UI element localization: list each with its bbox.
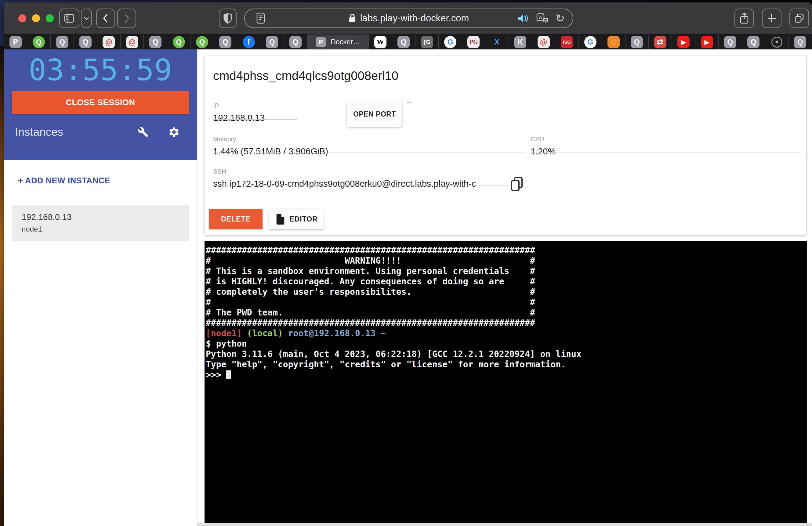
close-window-button[interactable] [18, 14, 26, 22]
red-swirl-favicon[interactable]: @ [532, 34, 555, 49]
q-favicon[interactable]: Q [392, 34, 416, 49]
terminal-warning-banner: ########################################… [206, 245, 807, 328]
gear-icon [168, 126, 180, 138]
settings-wrench-button[interactable] [118, 126, 149, 138]
svg-text:文: 文 [544, 18, 547, 22]
close-session-button[interactable]: CLOSE SESSION [12, 91, 189, 114]
reload-button[interactable]: ↻ [555, 13, 565, 24]
mute-audio-button[interactable] [517, 13, 529, 24]
minimize-window-button[interactable] [32, 14, 40, 22]
facebook-favicon[interactable]: f [237, 34, 260, 49]
editor-button[interactable]: EDITOR [269, 209, 323, 229]
k-favicon-glyph: K [514, 36, 526, 48]
copy-ssh-button[interactable] [510, 176, 526, 192]
brace-g-favicon[interactable]: {G [416, 34, 439, 49]
tab-overview-button[interactable] [789, 9, 809, 28]
q-favicon[interactable]: Q [260, 34, 284, 49]
cpu-label: CPU [531, 135, 544, 143]
settings-gear-button[interactable] [149, 126, 180, 138]
green-q-favicon[interactable]: Q [27, 34, 50, 49]
add-new-instance-link[interactable]: + ADD NEW INSTANCE [18, 176, 110, 185]
instance-list-item[interactable]: 192.168.0.13 node1 [12, 205, 189, 241]
google-favicon-glyph: G [444, 36, 456, 48]
red-swirl-favicon[interactable]: @ [97, 34, 120, 49]
red-swirl-favicon[interactable]: @ [120, 34, 144, 49]
compass-favicon[interactable]: ✦ [765, 34, 788, 49]
p-favicon[interactable]: P [4, 34, 27, 49]
ssh-underline [213, 185, 508, 185]
google-favicon-glyph: G [584, 36, 596, 48]
memory-value: 1.44% (57.51MiB / 3.906GiB) [213, 147, 328, 156]
terminal-prompt-line: [node1] (local) root@192.168.0.13 ~ [206, 328, 807, 339]
q-favicon-glyph: Q [79, 36, 91, 48]
chevron-down-icon [83, 15, 90, 22]
tabs-icon [793, 13, 805, 24]
q-favicon[interactable]: Q [719, 34, 742, 49]
ip-value: 192.168.0.13 [213, 113, 265, 123]
lock-icon [349, 13, 356, 23]
green-q-favicon[interactable]: Q [190, 34, 214, 49]
instance-details-card: cmd4phss_cmd4qlcs9otg008erl10 IP 192.168… [204, 56, 806, 235]
youtube-favicon-glyph: ▶ [677, 36, 690, 48]
green-q-favicon-glyph: Q [173, 36, 185, 48]
q-favicon[interactable]: Q [742, 34, 765, 49]
tab-title: Docker… [331, 38, 360, 46]
q-favicon[interactable]: Q [74, 34, 97, 49]
sidebar-toggle-button[interactable] [59, 9, 79, 28]
traffic-lights [18, 14, 54, 22]
back-button[interactable] [96, 9, 115, 28]
red-swirl-favicon-glyph: @ [126, 36, 138, 48]
wikipedia-favicon[interactable]: W [369, 34, 392, 49]
q-favicon[interactable]: Q [788, 34, 812, 49]
url-bar[interactable]: labs.play-with-docker.com A 文 [244, 9, 573, 28]
translate-button[interactable]: A 文 [536, 13, 548, 24]
cpu-value: 1.20% [531, 147, 555, 156]
forward-chevron-icon [121, 12, 132, 25]
youtube-favicon[interactable]: ▶ [672, 34, 695, 49]
google-favicon[interactable]: G [579, 34, 602, 49]
green-q-favicon-glyph: Q [33, 36, 45, 48]
p-favicon-glyph: P [10, 36, 22, 48]
cat-favicon[interactable]: ☺ [602, 34, 625, 49]
iso-favicon[interactable]: ISO [555, 34, 579, 49]
ip-underline [213, 119, 297, 120]
terminal[interactable]: ########################################… [204, 241, 807, 523]
active-tab[interactable]: P Docker… [307, 34, 369, 49]
q-favicon-glyph: Q [56, 36, 68, 48]
brace-g-favicon-glyph: {G [421, 36, 433, 48]
red-swirl-favicon-glyph: @ [538, 36, 550, 48]
port-input-dash [407, 102, 411, 103]
exchange-favicon[interactable]: ⇄ [649, 34, 672, 49]
q-favicon[interactable]: Q [51, 34, 74, 49]
zoom-window-button[interactable] [46, 14, 54, 22]
favorites-bar: PQQQ@@QQQQfQQ P Docker… WQ{GGPGXK@ISOG☺Q… [4, 34, 812, 49]
share-button[interactable] [735, 9, 754, 28]
green-q-favicon[interactable]: Q [167, 34, 190, 49]
q-favicon[interactable]: Q [214, 34, 237, 49]
sidebar-dropdown-button[interactable] [81, 9, 92, 28]
terminal-cursor [226, 371, 231, 379]
python-prompt: >>> [206, 370, 226, 380]
iso-favicon-glyph: ISO [561, 36, 573, 48]
new-tab-button[interactable] [762, 9, 782, 28]
q-favicon[interactable]: Q [144, 34, 167, 49]
forward-button[interactable] [117, 9, 136, 28]
youtube-favicon[interactable]: ▶ [695, 34, 719, 49]
google-favicon[interactable]: G [439, 34, 462, 49]
facebook-favicon-glyph: f [243, 36, 255, 48]
q-favicon-glyph: Q [289, 36, 302, 48]
translate-icon: A 文 [536, 13, 548, 24]
compass-favicon-glyph: ✦ [771, 36, 782, 48]
x-favicon[interactable]: X [485, 34, 509, 49]
page-content: 03:55:59 CLOSE SESSION Instances [4, 49, 812, 526]
safari-window: labs.play-with-docker.com A 文 [4, 2, 812, 526]
k-favicon[interactable]: K [509, 34, 532, 49]
delete-button[interactable]: DELETE [209, 209, 262, 229]
gutenberg-favicon[interactable]: PG [462, 34, 485, 49]
q-favicon[interactable]: Q [284, 34, 307, 49]
privacy-report-button[interactable] [219, 9, 236, 28]
q-favicon[interactable]: Q [625, 34, 649, 49]
open-port-button[interactable]: OPEN PORT [347, 101, 402, 127]
instance-ip: 192.168.0.13 [22, 212, 189, 222]
gutenberg-favicon-glyph: PG [467, 36, 480, 48]
